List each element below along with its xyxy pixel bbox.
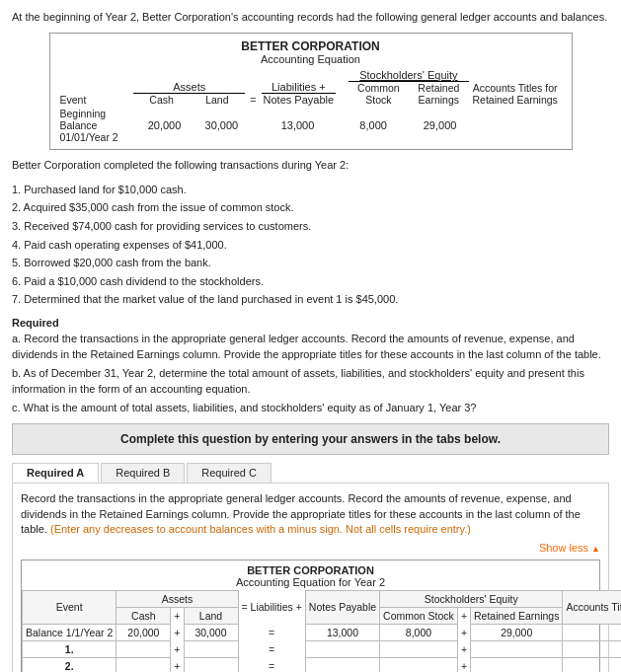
- inner-ae-box: BETTER CORPORATION Accounting Equation f…: [21, 560, 600, 672]
- ae-balance-label: Beginning Balance 01/01/Year 2: [60, 108, 136, 143]
- transaction-5: 5. Borrowed $20,000 cash from the bank.: [12, 255, 609, 272]
- row1-label: 1.: [23, 640, 116, 657]
- transaction-2: 2. Acquired $35,000 cash from the issue …: [12, 199, 609, 217]
- ae-notes-header: Notes Payable: [264, 94, 335, 106]
- tabs-row: Required A Required B Required C: [12, 463, 609, 484]
- tab-a-content: Record the transactions in the appropria…: [12, 484, 609, 672]
- ae-balance-land: 30,000: [193, 119, 250, 131]
- ae-assets-header: Assets: [133, 81, 244, 94]
- balance-row: Balance 1/1/Year 2 20,000 + 30,000 = 13,…: [23, 624, 622, 640]
- row2-notes[interactable]: [305, 657, 379, 672]
- inner-ae-title: Accounting Equation for Year 2: [22, 576, 599, 588]
- th-common: Common Stock: [380, 607, 458, 624]
- ae-equity-header: Stockholders' Equity: [349, 69, 469, 82]
- row1-acct[interactable]: [563, 640, 621, 657]
- transactions-header: Better Corporation completed the followi…: [12, 158, 609, 173]
- row2-plus1: +: [171, 657, 184, 672]
- complete-box: Complete this question by entering your …: [12, 423, 609, 455]
- th-assets: Assets: [116, 590, 238, 607]
- row2-common[interactable]: [380, 657, 458, 672]
- tab-a-description: Record the transactions in the appropria…: [21, 491, 600, 537]
- th-land: Land: [184, 607, 238, 624]
- row1-common[interactable]: [380, 640, 458, 657]
- row2-cash[interactable]: [116, 657, 171, 672]
- row2-acct[interactable]: [563, 657, 621, 672]
- th-acct-titles: Accounts Titles Retained Earnings: [563, 590, 621, 624]
- th-cash: Cash: [116, 607, 171, 624]
- row2-retained[interactable]: [471, 657, 563, 672]
- required-label: Required: [12, 317, 59, 329]
- th-event: Event: [23, 590, 116, 624]
- row2-label: 2.: [23, 657, 116, 672]
- row2-plus3: +: [457, 657, 470, 672]
- ae-balance-retained: 29,000: [404, 119, 475, 131]
- balance-retained: 29,000: [471, 624, 563, 640]
- ae-event-header: Event: [60, 94, 134, 106]
- tab-required-b[interactable]: Required B: [101, 463, 185, 483]
- balance-plus1: +: [171, 624, 184, 640]
- arrow-up-icon: ▲: [591, 544, 600, 554]
- row1-eq: =: [238, 640, 305, 657]
- transactions-list: 1. Purchased land for $10,000 cash. 2. A…: [12, 182, 609, 309]
- transaction-7: 7. Determined that the market value of t…: [12, 291, 609, 309]
- required-c: c. What is the amount of total assets, l…: [12, 400, 609, 416]
- ae-equals-sign: =: [245, 94, 262, 106]
- table-row: 1. + = +: [23, 640, 622, 657]
- row2-eq: =: [238, 657, 305, 672]
- transaction-4: 4. Paid cash operating expenses of $41,0…: [12, 237, 609, 255]
- required-section: Required a. Record the transactions in t…: [12, 317, 609, 416]
- row1-plus3: +: [457, 640, 470, 657]
- tab-required-a[interactable]: Required A: [12, 463, 99, 483]
- th-retained: Retained Earnings: [471, 607, 563, 624]
- ae-company: BETTER CORPORATION: [60, 39, 562, 53]
- ae-common-header: Common Stock: [349, 82, 409, 106]
- ae-liabilities-header: Liabilities +: [262, 81, 336, 94]
- th-plus1: +: [171, 607, 184, 624]
- tab-required-c[interactable]: Required C: [187, 463, 272, 483]
- row1-cash[interactable]: [116, 640, 171, 657]
- th-equity: Stockholders' Equity: [380, 590, 563, 607]
- th-eq: = Liabilities +: [238, 590, 305, 624]
- transaction-1: 1. Purchased land for $10,000 cash.: [12, 182, 609, 199]
- row1-notes[interactable]: [305, 640, 379, 657]
- ae-cash-header: Cash: [133, 94, 189, 106]
- show-less-link[interactable]: Show less ▲: [21, 542, 600, 554]
- ae-balance-cash: 20,000: [136, 119, 194, 131]
- row1-land[interactable]: [184, 640, 238, 657]
- row1-retained[interactable]: [471, 640, 563, 657]
- ae-land-header: Land: [190, 94, 245, 106]
- ae-acct-titles-header: Accounts Titles for Retained Earnings: [469, 82, 562, 106]
- transaction-3: 3. Received $74,000 cash for providing s…: [12, 218, 609, 236]
- balance-cash: 20,000: [116, 624, 171, 640]
- required-b: b. As of December 31, Year 2, determine …: [12, 365, 609, 398]
- ae-retained-header: Retained Earnings: [409, 82, 469, 106]
- row2-land[interactable]: [184, 657, 238, 672]
- balance-acct: [563, 624, 621, 640]
- row1-plus1: +: [171, 640, 184, 657]
- ae-balance-common: 8,000: [343, 119, 405, 131]
- ae-balance-notes: 13,000: [265, 119, 331, 131]
- balance-event: Balance 1/1/Year 2: [23, 624, 116, 640]
- th-notes: Notes Payable: [305, 590, 379, 624]
- balance-plus3: +: [457, 624, 470, 640]
- orange-note: (Enter any decreases to account balances…: [50, 523, 471, 535]
- inner-ae-company: BETTER CORPORATION: [22, 560, 599, 576]
- balance-notes: 13,000: [305, 624, 379, 640]
- balance-land: 30,000: [184, 624, 238, 640]
- required-a: a. Record the transactions in the approp…: [12, 331, 609, 363]
- table-row: 2. + = +: [23, 657, 622, 672]
- ae-title: Accounting Equation: [60, 53, 562, 65]
- main-ae-box: BETTER CORPORATION Accounting Equation E…: [49, 33, 573, 150]
- intro-text: At the beginning of Year 2, Better Corpo…: [12, 10, 609, 25]
- balance-eq: =: [238, 624, 305, 640]
- ae-data-table: Event Assets = Liabilities + Notes Payab…: [22, 590, 621, 672]
- transaction-6: 6. Paid a $10,000 cash dividend to the s…: [12, 273, 609, 291]
- balance-common: 8,000: [380, 624, 458, 640]
- th-plus3: +: [457, 607, 470, 624]
